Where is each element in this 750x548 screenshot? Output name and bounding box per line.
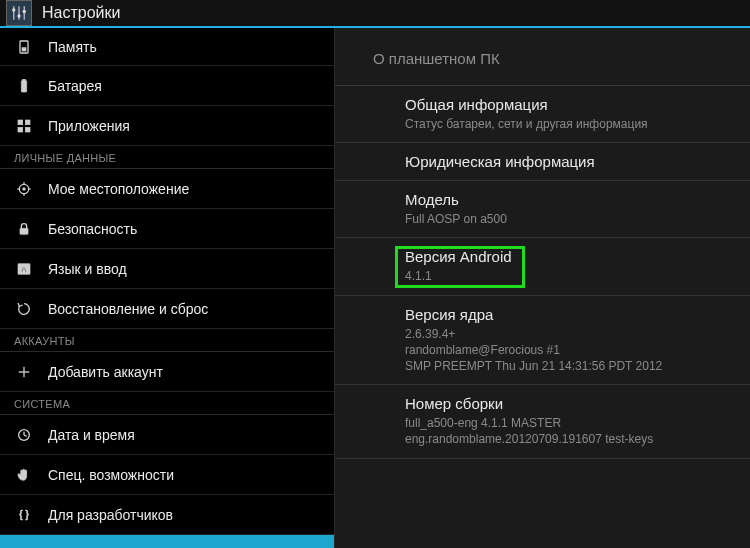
sidebar-item-label: Язык и ввод: [48, 261, 127, 277]
svg-rect-20: [20, 228, 28, 234]
sidebar-item-language[interactable]: A Язык и ввод: [0, 249, 334, 289]
svg-line-27: [24, 435, 27, 436]
svg-rect-1: [18, 6, 20, 20]
reset-icon: [14, 299, 34, 319]
entry-model[interactable]: Модель Full AOSP on a500: [335, 181, 750, 238]
sidebar-item-label: Для разработчиков: [48, 507, 173, 523]
svg-rect-11: [25, 120, 30, 125]
section-header-personal: ЛИЧНЫЕ ДАННЫЕ: [0, 146, 334, 169]
info-icon: [14, 545, 34, 549]
settings-sidebar: Память Батарея Приложения ЛИЧНЫЕ ДАННЫЕ …: [0, 28, 335, 548]
sidebar-item-developer[interactable]: { } Для разработчиков: [0, 495, 334, 535]
plus-icon: [14, 362, 34, 382]
svg-rect-13: [25, 127, 30, 132]
lock-icon: [14, 219, 34, 239]
svg-text:{ }: { }: [19, 509, 29, 520]
developer-icon: { }: [14, 505, 34, 525]
entry-title: Юридическая информация: [405, 153, 750, 170]
svg-point-15: [23, 187, 26, 190]
svg-point-3: [12, 8, 15, 11]
entry-title: Версия Android: [405, 248, 750, 265]
entry-android-version[interactable]: Версия Android 4.1.1: [335, 238, 750, 295]
entry-build-number[interactable]: Номер сборки full_a500-eng 4.1.1 MASTER …: [335, 385, 750, 458]
entry-legal[interactable]: Юридическая информация: [335, 143, 750, 181]
entry-summary: 4.1.1: [405, 268, 750, 284]
entry-status[interactable]: Общая информация Статус батареи, сети и …: [335, 86, 750, 143]
svg-rect-10: [18, 120, 23, 125]
sidebar-item-backup-reset[interactable]: Восстановление и сброс: [0, 289, 334, 329]
entry-title: Версия ядра: [405, 306, 750, 323]
entry-title: Модель: [405, 191, 750, 208]
sidebar-item-label: Добавить аккаунт: [48, 364, 163, 380]
apps-icon: [14, 116, 34, 136]
sidebar-item-label: Дата и время: [48, 427, 135, 443]
sidebar-item-label: Батарея: [48, 78, 102, 94]
section-header-accounts: АККАУНТЫ: [0, 329, 334, 352]
sidebar-item-location[interactable]: Мое местоположение: [0, 169, 334, 209]
entry-summary: Full AOSP on a500: [405, 211, 750, 227]
svg-point-4: [17, 14, 20, 17]
sidebar-item-label: Спец. возможности: [48, 467, 174, 483]
entry-title: Общая информация: [405, 96, 750, 113]
app-title: Настройки: [42, 4, 120, 22]
battery-icon: [14, 76, 34, 96]
sidebar-item-storage[interactable]: Память: [0, 28, 334, 66]
entry-summary: Статус батареи, сети и другая информация: [405, 116, 750, 132]
location-icon: [14, 179, 34, 199]
svg-rect-9: [23, 79, 26, 81]
clock-icon: [14, 425, 34, 445]
panel-title: О планшетном ПК: [335, 28, 750, 85]
settings-app-icon: [6, 0, 32, 26]
sidebar-item-security[interactable]: Безопасность: [0, 209, 334, 249]
svg-text:A: A: [21, 265, 27, 274]
sidebar-item-label: Безопасность: [48, 221, 137, 237]
section-header-system: СИСТЕМА: [0, 392, 334, 415]
svg-rect-0: [13, 6, 15, 20]
entry-summary: 2.6.39.4+ randomblame@Ferocious #1 SMP P…: [405, 326, 750, 375]
detail-panel: О планшетном ПК Общая информация Статус …: [335, 28, 750, 548]
storage-icon: [14, 37, 34, 57]
entry-title: Номер сборки: [405, 395, 750, 412]
hand-icon: [14, 465, 34, 485]
sidebar-item-label: Память: [48, 39, 97, 55]
action-bar: Настройки: [0, 0, 750, 28]
entry-summary: full_a500-eng 4.1.1 MASTER eng.randombla…: [405, 415, 750, 447]
sidebar-item-accessibility[interactable]: Спец. возможности: [0, 455, 334, 495]
sidebar-item-about-tablet[interactable]: О планшетном ПК: [0, 535, 334, 548]
svg-rect-8: [21, 80, 26, 91]
sidebar-item-label: Приложения: [48, 118, 130, 134]
sidebar-item-apps[interactable]: Приложения: [0, 106, 334, 146]
sidebar-item-datetime[interactable]: Дата и время: [0, 415, 334, 455]
entry-kernel-version[interactable]: Версия ядра 2.6.39.4+ randomblame@Feroci…: [335, 296, 750, 386]
language-icon: A: [14, 259, 34, 279]
sidebar-item-label: Мое местоположение: [48, 181, 189, 197]
svg-rect-7: [22, 47, 26, 50]
sidebar-item-label: Восстановление и сброс: [48, 301, 208, 317]
svg-rect-12: [18, 127, 23, 132]
svg-point-5: [23, 10, 26, 13]
sidebar-item-add-account[interactable]: Добавить аккаунт: [0, 352, 334, 392]
sidebar-item-battery[interactable]: Батарея: [0, 66, 334, 106]
